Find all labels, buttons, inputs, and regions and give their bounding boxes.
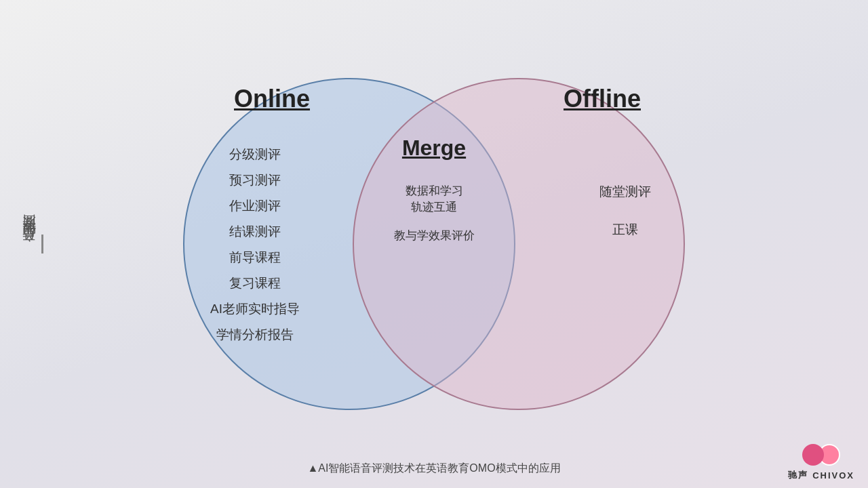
sidebar-label: 产品与服务层面 <box>19 235 43 253</box>
slide: 产品与服务层面 Online Offline Merge 分级测评 预习测评 作… <box>0 0 868 488</box>
merge-title: Merge <box>402 136 466 161</box>
online-item-2: 预习测评 <box>229 171 281 189</box>
offline-title: Offline <box>564 85 641 113</box>
offline-item-2: 正课 <box>612 221 638 239</box>
online-items-list: 分级测评 预习测评 作业测评 结课测评 前导课程 复习课程 AI老师实时指导 学… <box>210 146 300 344</box>
online-item-1: 分级测评 <box>229 146 281 163</box>
online-item-7: AI老师实时指导 <box>210 300 300 318</box>
logo-english: CHIVOX <box>812 470 854 481</box>
online-item-4: 结课测评 <box>229 223 281 241</box>
offline-item-1: 随堂测评 <box>599 183 651 201</box>
merge-items-list: 数据和学习轨迹互通 教与学效果评价 <box>394 183 475 243</box>
venn-diagram: Online Offline Merge 分级测评 预习测评 作业测评 结课测评… <box>129 41 739 434</box>
merge-item-1: 数据和学习轨迹互通 <box>406 183 463 216</box>
logo-circle-left <box>802 444 824 466</box>
online-item-8: 学情分析报告 <box>216 326 294 344</box>
offline-items-list: 随堂测评 正课 <box>599 183 651 239</box>
logo: 驰声 CHIVOX <box>788 444 854 481</box>
merge-item-2: 教与学效果评价 <box>394 228 475 243</box>
online-item-3: 作业测评 <box>229 197 281 215</box>
logo-chinese: 驰声 <box>788 469 808 481</box>
offline-circle <box>353 78 685 410</box>
online-title: Online <box>234 85 310 113</box>
online-item-5: 前导课程 <box>229 249 281 266</box>
caption: ▲AI智能语音评测技术在英语教育OMO模式中的应用 <box>307 462 560 476</box>
online-item-6: 复习课程 <box>229 274 281 292</box>
logo-icon <box>802 444 840 466</box>
